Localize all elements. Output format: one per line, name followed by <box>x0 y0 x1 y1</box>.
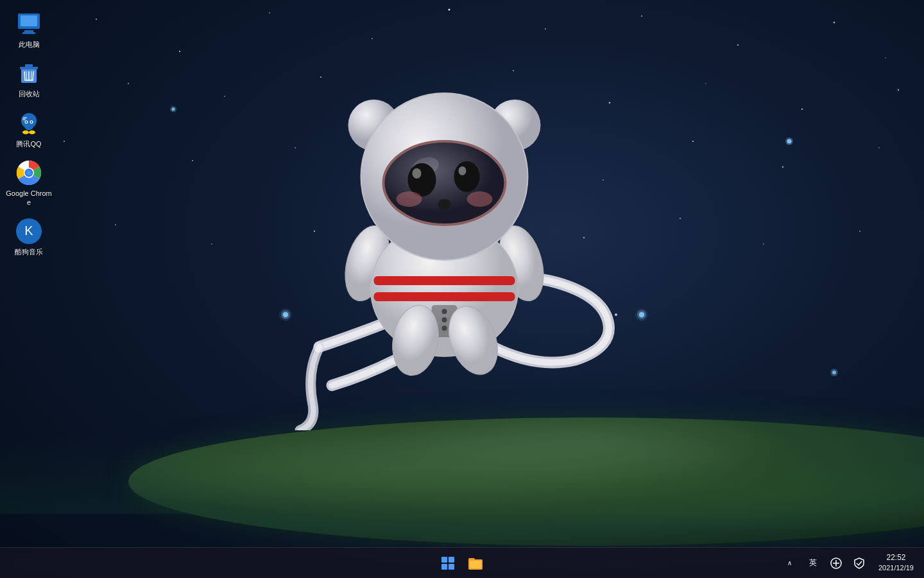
svg-point-9 <box>885 57 886 58</box>
qq-icon-label: 腾讯QQ <box>16 139 41 148</box>
desktop-icon-recycle[interactable]: 回收站 <box>3 56 55 102</box>
computer-icon <box>15 10 42 37</box>
svg-point-13 <box>416 115 418 116</box>
start-button[interactable] <box>435 550 461 576</box>
desktop-icons-container: 此电脑 回收站 <box>0 0 58 552</box>
svg-point-31 <box>481 250 482 251</box>
system-tray-chevron[interactable]: ∧ <box>781 550 799 576</box>
desktop-icon-computer[interactable]: 此电脑 <box>3 6 55 53</box>
svg-point-2 <box>269 12 270 13</box>
svg-rect-74 <box>24 30 33 32</box>
ime-icon[interactable] <box>827 550 845 576</box>
svg-point-21 <box>295 147 296 148</box>
svg-point-34 <box>763 243 764 245</box>
svg-point-47 <box>830 369 838 376</box>
svg-point-6 <box>641 15 642 17</box>
chevron-icon: ∧ <box>787 559 792 566</box>
language-indicator[interactable]: 英 <box>804 550 822 576</box>
svg-point-90 <box>29 130 35 134</box>
svg-point-89 <box>22 130 29 134</box>
svg-point-30 <box>314 231 315 232</box>
svg-point-14 <box>513 70 514 71</box>
svg-point-35 <box>859 231 860 232</box>
taskbar-right: ∧ 英 22:52 <box>781 550 919 576</box>
svg-point-12 <box>320 76 321 78</box>
svg-point-7 <box>737 44 739 46</box>
svg-line-81 <box>31 71 32 80</box>
recycle-icon <box>15 60 42 87</box>
svg-point-87 <box>26 121 27 122</box>
svg-point-43 <box>785 137 793 145</box>
svg-point-20 <box>192 160 193 161</box>
recycle-icon-label: 回收站 <box>19 89 40 98</box>
svg-point-88 <box>31 121 32 122</box>
computer-icon-label: 此电脑 <box>19 40 40 49</box>
svg-point-16 <box>705 83 706 84</box>
security-icon[interactable] <box>850 550 868 576</box>
svg-point-22 <box>397 173 398 174</box>
svg-rect-75 <box>22 32 35 34</box>
svg-point-11 <box>224 96 225 97</box>
svg-point-3 <box>372 38 373 39</box>
svg-point-84 <box>24 118 34 130</box>
svg-point-29 <box>211 243 212 245</box>
svg-point-18 <box>898 89 899 91</box>
chrome-icon <box>15 159 42 186</box>
svg-point-32 <box>583 237 585 238</box>
svg-point-24 <box>603 179 604 180</box>
svg-point-41 <box>635 308 648 321</box>
svg-point-25 <box>692 141 694 142</box>
svg-point-10 <box>128 83 129 84</box>
svg-point-48 <box>615 313 617 316</box>
kugou-icon-label: 酷狗音乐 <box>15 247 43 256</box>
svg-rect-73 <box>21 15 37 26</box>
kugou-icon: K <box>15 218 42 245</box>
svg-point-27 <box>878 147 880 148</box>
file-explorer-taskbar-button[interactable] <box>463 550 489 576</box>
svg-point-0 <box>96 19 97 20</box>
svg-point-4 <box>449 9 450 11</box>
svg-point-5 <box>545 28 546 30</box>
taskbar-center <box>435 550 489 576</box>
svg-line-80 <box>26 71 27 80</box>
earth-decoration <box>128 417 924 546</box>
svg-point-45 <box>170 106 176 112</box>
desktop: 此电脑 回收站 <box>0 0 924 578</box>
svg-point-17 <box>801 109 803 110</box>
qq-icon <box>15 110 42 137</box>
desktop-icon-chrome[interactable]: Google Chrome <box>3 155 55 211</box>
svg-point-38 <box>279 308 292 321</box>
svg-point-8 <box>834 22 835 24</box>
svg-point-15 <box>609 102 611 104</box>
svg-rect-78 <box>25 64 33 67</box>
desktop-icon-qq[interactable]: 腾讯QQ <box>3 106 55 152</box>
clock-time: 22:52 <box>886 552 905 563</box>
svg-point-26 <box>782 166 783 168</box>
svg-point-1 <box>179 51 180 52</box>
language-text: 英 <box>809 557 817 568</box>
clock-date: 2021/12/19 <box>878 563 914 573</box>
svg-rect-100 <box>470 561 481 568</box>
system-clock[interactable]: 22:52 2021/12/19 <box>873 550 919 576</box>
svg-text:K: K <box>24 223 33 238</box>
chrome-icon-label: Google Chrome <box>6 189 52 207</box>
svg-point-23 <box>500 153 502 155</box>
svg-point-19 <box>64 141 65 142</box>
desktop-icon-kugou[interactable]: K 酷狗音乐 <box>3 214 55 260</box>
windows-logo-icon <box>441 557 454 570</box>
svg-point-28 <box>115 224 116 225</box>
taskbar: ∧ 英 22:52 <box>0 547 924 578</box>
svg-point-95 <box>26 169 33 176</box>
svg-point-33 <box>680 218 681 219</box>
